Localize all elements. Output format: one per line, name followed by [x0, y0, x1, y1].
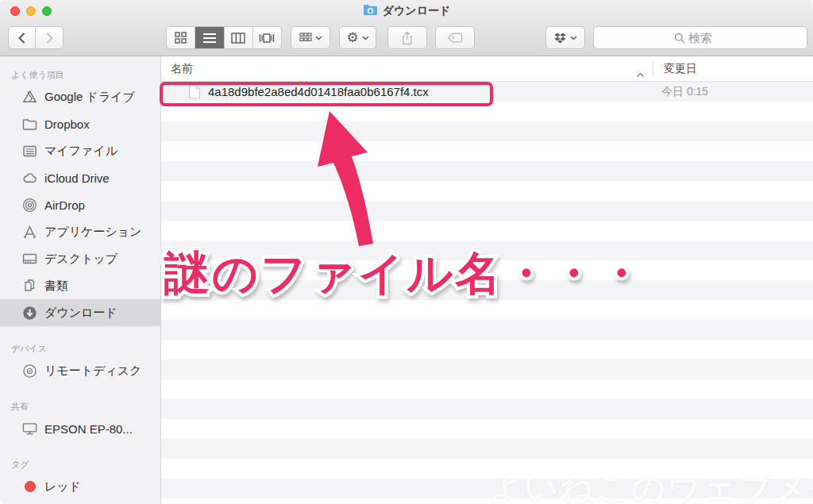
- column-header-name[interactable]: 名前: [171, 62, 193, 76]
- sidebar-item-label: AirDrop: [44, 198, 85, 212]
- sidebar-section-devices: デバイス: [0, 340, 160, 357]
- sidebar-item-label: Dropbox: [44, 117, 90, 131]
- action-menu-button[interactable]: ⚙: [339, 26, 376, 49]
- sidebar-item-label: ダウンロード: [44, 306, 118, 321]
- column-view-button[interactable]: [225, 27, 253, 48]
- sidebar-item-label: デスクトップ: [44, 252, 118, 267]
- download-circle-icon: [22, 306, 37, 321]
- list-column-headers: 名前 変更日: [161, 56, 813, 82]
- sidebar-item-desktop[interactable]: デスクトップ: [0, 245, 160, 272]
- sidebar-item-label: iCloud Drive: [44, 171, 110, 185]
- list-view-icon: [202, 33, 217, 44]
- sidebar-item-applications[interactable]: アプリケーション: [0, 218, 160, 245]
- downloads-folder-icon: [363, 4, 378, 19]
- list-view-button[interactable]: [195, 27, 224, 48]
- coverflow-view-button[interactable]: [253, 27, 281, 48]
- folder-icon: [22, 117, 37, 132]
- dropbox-menu-button[interactable]: [545, 26, 585, 49]
- sidebar-item-tag-red[interactable]: レッド: [0, 473, 160, 500]
- sidebar-item-epson[interactable]: EPSON EP-80...: [0, 415, 160, 442]
- sidebar-item-label: Google ドライブ: [44, 90, 135, 105]
- window-title: ダウンロード: [383, 4, 451, 18]
- red-tag-dot-icon: [22, 479, 37, 494]
- navigation-buttons: [8, 26, 64, 49]
- column-view-icon: [231, 33, 245, 44]
- sidebar-item-label: 書類: [44, 279, 68, 294]
- icon-view-icon: [175, 32, 187, 44]
- finder-window: ダウンロード: [0, 0, 813, 504]
- sidebar-item-label: レッド: [44, 479, 81, 494]
- share-icon: [401, 31, 414, 45]
- column-header-modified[interactable]: 変更日: [664, 62, 697, 76]
- sidebar-item-label: アプリケーション: [44, 225, 141, 240]
- forward-button[interactable]: [36, 26, 64, 49]
- column-divider[interactable]: [653, 61, 653, 77]
- view-switcher: [166, 26, 282, 49]
- disc-icon: [22, 364, 37, 379]
- document-file-icon: [188, 84, 201, 102]
- sidebar-item-label: EPSON EP-80...: [44, 422, 133, 436]
- search-input[interactable]: [593, 26, 807, 49]
- dropbox-icon: [553, 32, 567, 44]
- gear-icon: ⚙: [346, 31, 358, 44]
- airdrop-icon: [22, 198, 37, 213]
- sidebar-item-documents[interactable]: 書類: [0, 272, 160, 299]
- documents-icon: [22, 279, 37, 294]
- back-button[interactable]: [8, 26, 36, 49]
- sidebar-item-dropbox[interactable]: Dropbox: [0, 110, 160, 137]
- file-list: 4a18d9bfe2a8ed4d01418faa0b6167f4.tcx 今日 …: [161, 82, 813, 504]
- applications-icon: [22, 225, 37, 240]
- window-title-area: ダウンロード: [0, 4, 813, 18]
- sidebar-section-tags: タグ: [0, 456, 160, 473]
- sidebar-item-icloud-drive[interactable]: iCloud Drive: [0, 164, 160, 191]
- file-modified-date: 今日 0:15: [661, 85, 708, 99]
- chevron-down-icon: [315, 36, 322, 40]
- back-chevron-icon: [17, 32, 26, 44]
- file-row[interactable]: 4a18d9bfe2a8ed4d01418faa0b6167f4.tcx 今日 …: [161, 82, 813, 102]
- file-drawer-icon: [22, 144, 37, 159]
- forward-chevron-icon: [45, 32, 54, 44]
- arrange-grid-icon: [299, 33, 312, 43]
- sidebar-item-downloads[interactable]: ダウンロード: [0, 299, 160, 326]
- chevron-down-icon: [570, 36, 577, 40]
- sort-ascending-icon: [636, 67, 645, 81]
- tag-button[interactable]: [435, 26, 475, 49]
- icon-view-button[interactable]: [167, 27, 195, 48]
- sidebar-item-airdrop[interactable]: AirDrop: [0, 191, 160, 218]
- sidebar-section-shared: 共有: [0, 398, 160, 415]
- file-list-area: 名前 変更日 4a18d9bfe2a8ed4d01418faa0b6167f4.…: [161, 56, 813, 504]
- sidebar-section-favorites: よく使う項目: [0, 66, 160, 83]
- file-name: 4a18d9bfe2a8ed4d01418faa0b6167f4.tcx: [208, 85, 429, 98]
- coverflow-view-icon: [259, 33, 275, 44]
- arrange-button[interactable]: [291, 26, 330, 49]
- tag-icon: [447, 33, 463, 43]
- sidebar: よく使う項目 Google ドライブ Dropbox マイファイル iCloud…: [0, 56, 161, 504]
- share-button[interactable]: [387, 26, 427, 49]
- sidebar-item-google-drive[interactable]: Google ドライブ: [0, 83, 160, 110]
- sidebar-item-label: リモートディスク: [44, 364, 141, 379]
- window-chrome: ダウンロード: [0, 0, 813, 56]
- display-icon: [22, 421, 37, 437]
- google-drive-icon: [22, 90, 37, 105]
- sidebar-item-remote-disc[interactable]: リモートディスク: [0, 357, 160, 384]
- cloud-icon: [22, 171, 37, 186]
- chevron-down-icon: [362, 36, 369, 40]
- search-field-wrap: [593, 26, 807, 49]
- desktop-icon: [22, 252, 37, 267]
- sidebar-item-my-files[interactable]: マイファイル: [0, 137, 160, 164]
- sidebar-item-label: マイファイル: [44, 144, 118, 159]
